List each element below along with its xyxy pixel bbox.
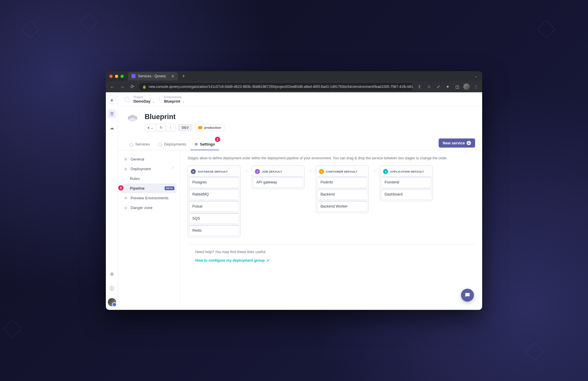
stage-number: 1: [255, 169, 260, 174]
service-card[interactable]: Postgres: [189, 177, 239, 188]
panel-icon[interactable]: ◫: [454, 84, 460, 89]
deploy-button-group: ▸ ⌄ ↻ ⋮: [145, 124, 176, 131]
help-section: Need help? You may find these links usef…: [188, 244, 475, 268]
service-card[interactable]: Redis: [189, 225, 239, 236]
breadcrumb-environment[interactable]: Environment Blueprint⌄: [164, 95, 184, 103]
menu-label: Pipeline: [130, 186, 145, 190]
favicon-icon: [131, 74, 136, 78]
service-card[interactable]: Backend: [317, 189, 367, 200]
app-logo[interactable]: ◈: [108, 96, 116, 104]
stage-title: CONTAINER DEFAULT: [326, 170, 358, 173]
sidebar-avatar[interactable]: [108, 298, 116, 306]
service-card[interactable]: RabbitMQ: [189, 189, 239, 200]
browser-tab[interactable]: Services - Qovery ✕: [128, 72, 178, 81]
stage-column: 2CONTAINER DEFAULTPodinfoBackendBackend …: [316, 166, 369, 213]
stage-arrow-icon: →: [244, 166, 248, 173]
main-panel: Project DemoDay⌄ / Environment Blueprint…: [118, 92, 482, 310]
breadcrumb-label: Environment: [164, 95, 184, 99]
fullscreen-icon[interactable]: ⤢: [435, 84, 442, 89]
service-card[interactable]: Backend Worker: [317, 201, 367, 212]
skull-icon: ☠: [123, 206, 128, 210]
restart-button[interactable]: ↻: [157, 124, 166, 131]
menu-rules[interactable]: Rules: [121, 174, 177, 183]
service-card[interactable]: API gateway: [253, 177, 303, 188]
browser-window: Services - Qovery ✕ + ⌄ ← → ⟳ 🔒 new.cons…: [106, 71, 482, 310]
app-root: ◈ ☰ ☁ ⚙ ⓘ Project DemoDay⌄ / Environment…: [106, 92, 482, 310]
menu-label: Rules: [130, 176, 140, 181]
help-link[interactable]: How to configure my deployment group ↗: [195, 258, 269, 263]
chevron-down-icon: ⌄: [152, 100, 155, 103]
header-area: Blueprint ▸ ⌄ ↻ ⋮ DEV production: [118, 107, 482, 131]
menu-icon[interactable]: ⋮: [473, 84, 479, 89]
menu-deployment[interactable]: ⧉Deployment⌃: [121, 164, 177, 174]
sidebar-settings-icon[interactable]: ⚙: [108, 270, 116, 279]
beta-tag: BETA: [165, 186, 174, 190]
sidebar-info-icon[interactable]: ⓘ: [108, 284, 116, 293]
close-tab-icon[interactable]: ✕: [171, 74, 174, 78]
cloud-tag-label: production: [204, 126, 221, 129]
tab-services[interactable]: ◯Services: [125, 138, 154, 150]
reload-button[interactable]: ⟳: [129, 84, 136, 89]
menu-label: Deployment: [131, 167, 151, 171]
minimize-window-icon[interactable]: [115, 75, 118, 78]
menu-label: General: [131, 157, 144, 161]
stage-number: 2: [319, 169, 324, 174]
settings-sidemenu: ⚙General ⧉Deployment⌃ Rules 2 Pipeline B…: [118, 150, 180, 303]
sidebar-cloud-icon[interactable]: ☁: [108, 123, 116, 132]
service-card[interactable]: Podinfo: [317, 177, 367, 188]
menu-danger[interactable]: ☠Danger zone: [121, 203, 177, 213]
env-mode-tag: DEV: [178, 124, 192, 131]
stage-number: 0: [191, 169, 196, 174]
browser-tabbar: Services - Qovery ✕ + ⌄: [106, 71, 482, 81]
url-text: new.console.qovery.com/organization/141c…: [149, 85, 413, 89]
service-card[interactable]: Pulsar: [189, 201, 239, 212]
chevron-down-icon: ⌄: [182, 100, 184, 103]
tab-label: Services: [135, 142, 150, 146]
chat-button[interactable]: [461, 289, 474, 302]
sidebar-environments-icon[interactable]: ☰: [108, 109, 116, 118]
stage-arrow-icon: →: [372, 166, 376, 173]
menu-general[interactable]: ⚙General: [121, 154, 177, 164]
services-icon: ◯: [129, 142, 133, 146]
window-controls: [109, 75, 124, 78]
service-card[interactable]: Frontend: [381, 177, 431, 188]
share-icon[interactable]: ⇪: [416, 84, 423, 89]
forward-button[interactable]: →: [119, 84, 126, 89]
tab-settings[interactable]: ⚙ Settings 1: [191, 138, 219, 150]
breadcrumb: Project DemoDay⌄ / Environment Blueprint…: [118, 92, 482, 107]
browser-toolbar: ← → ⟳ 🔒 new.console.qovery.com/organizat…: [106, 81, 482, 92]
play-button[interactable]: ▸ ⌄: [145, 124, 157, 131]
more-button[interactable]: ⋮: [166, 124, 175, 131]
back-button[interactable]: ←: [109, 84, 116, 89]
breadcrumb-separator: /: [159, 97, 160, 102]
breadcrumb-project[interactable]: Project DemoDay⌄: [133, 95, 155, 103]
service-card[interactable]: SQS: [189, 213, 239, 224]
tab-deployments[interactable]: ◯Deployments: [154, 138, 191, 150]
menu-preview[interactable]: 👁Preview Environments: [121, 193, 177, 203]
profile-avatar[interactable]: [463, 83, 470, 90]
extensions-icon[interactable]: ✦: [445, 84, 451, 89]
menu-pipeline[interactable]: 2 Pipeline BETA: [121, 183, 177, 193]
button-label: New service: [443, 141, 465, 145]
gear-icon: ⚙: [123, 157, 128, 161]
lock-icon: 🔒: [142, 85, 146, 89]
tabs-dropdown-icon[interactable]: ⌄: [475, 74, 477, 78]
menu-label: Danger zone: [131, 205, 152, 210]
tab-label: Settings: [200, 142, 215, 146]
chart-icon: ⧉: [123, 167, 128, 171]
app-sidebar: ◈ ☰ ☁ ⚙ ⓘ: [106, 92, 118, 310]
breadcrumb-value: Blueprint: [164, 99, 180, 103]
new-service-button[interactable]: New service +: [439, 138, 475, 148]
maximize-window-icon[interactable]: [121, 75, 124, 78]
address-bar[interactable]: 🔒 new.console.qovery.com/organization/14…: [139, 83, 413, 91]
settings-badge: 1: [215, 137, 220, 142]
help-title: Need help? You may find these links usef…: [195, 250, 467, 254]
breadcrumb-label: Project: [133, 95, 155, 99]
close-window-icon[interactable]: [109, 75, 113, 78]
service-card[interactable]: Dashboard: [381, 189, 431, 200]
page-title: Blueprint: [145, 113, 224, 121]
project-icon: [125, 97, 129, 102]
bookmark-icon[interactable]: ☆: [426, 84, 432, 89]
new-tab-button[interactable]: +: [180, 72, 187, 80]
stage-title: DATABASE DEFAULT: [198, 170, 228, 173]
